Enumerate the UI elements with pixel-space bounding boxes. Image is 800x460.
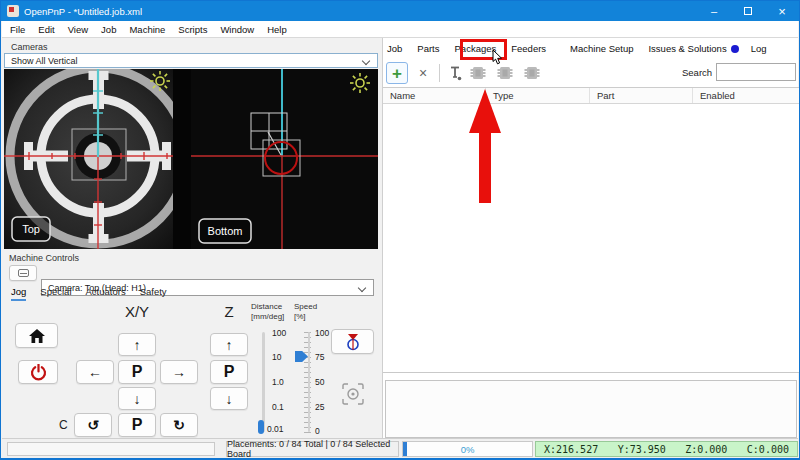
- bottom-camera-view[interactable]: Bottom: [191, 69, 378, 249]
- pick-button[interactable]: [494, 62, 516, 84]
- tab-jog[interactable]: Jog: [11, 286, 26, 301]
- head-icon: [18, 269, 29, 277]
- jog-z-plus-button[interactable]: ↑: [210, 333, 248, 356]
- home-button[interactable]: [15, 323, 58, 348]
- column-header-enabled[interactable]: Enabled: [693, 88, 799, 103]
- window-title: OpenPnP - *Untitled.job.xml: [24, 6, 142, 17]
- add-feeder-button[interactable]: +: [386, 62, 408, 84]
- feeder-chip-icon: [497, 65, 513, 81]
- tab-safety[interactable]: Safety: [140, 286, 167, 301]
- speed-tick-75: 75: [315, 352, 324, 362]
- jog-x-plus-button[interactable]: →: [160, 360, 198, 384]
- menu-view[interactable]: View: [68, 24, 88, 35]
- distance-slider-thumb[interactable]: [258, 420, 264, 434]
- tab-machine-setup[interactable]: Machine Setup: [570, 43, 633, 54]
- status-bar: Placements: 0 / 84 Total | 0 / 84 Select…: [2, 438, 798, 459]
- machine-controls-header: Machine Controls: [9, 253, 79, 263]
- jog-x-minus-button[interactable]: ←: [76, 360, 114, 384]
- feeder-chip-icon: [470, 65, 486, 81]
- menu-machine[interactable]: Machine: [129, 24, 165, 35]
- jog-z-minus-button[interactable]: ↓: [210, 387, 248, 410]
- menu-window[interactable]: Window: [220, 24, 254, 35]
- search-input[interactable]: [716, 63, 796, 81]
- distance-slider[interactable]: [262, 332, 265, 432]
- tab-packages[interactable]: Packages: [455, 43, 497, 54]
- power-button[interactable]: [18, 360, 58, 384]
- jog-y-plus-button[interactable]: ↑: [118, 333, 156, 356]
- xy-axis-label: X/Y: [114, 303, 160, 320]
- jog-y-minus-button[interactable]: ↓: [118, 387, 156, 410]
- power-icon: [30, 364, 47, 381]
- close-button[interactable]: ×: [765, 1, 799, 21]
- menu-edit[interactable]: Edit: [38, 24, 54, 35]
- pipette-icon: [449, 66, 462, 81]
- park-c-button[interactable]: P: [118, 413, 156, 437]
- distance-label: Distance[mm/deg]: [251, 302, 284, 323]
- top-camera-view[interactable]: Top: [4, 69, 191, 249]
- maximize-icon: [744, 7, 752, 15]
- tab-parts[interactable]: Parts: [417, 43, 439, 54]
- coord-c: C:0.000: [747, 444, 789, 455]
- cameras-header: Cameras: [11, 42, 48, 52]
- jog-c-ccw-button[interactable]: ↺: [74, 413, 112, 437]
- top-camera-badge: Top: [12, 217, 50, 241]
- park-xy-button[interactable]: P: [118, 360, 156, 384]
- distance-tick-100: 100: [272, 328, 286, 338]
- feed-and-pick-button[interactable]: [521, 62, 543, 84]
- position-nozzle-button[interactable]: [331, 329, 374, 354]
- menu-help[interactable]: Help: [267, 24, 287, 35]
- status-message-field: [7, 442, 215, 456]
- feeders-table-header: Name Type Part Enabled: [383, 87, 799, 104]
- coord-x: X:216.527: [544, 444, 598, 455]
- park-z-button[interactable]: P: [210, 360, 248, 384]
- maximize-button[interactable]: [731, 1, 765, 21]
- menu-job[interactable]: Job: [101, 24, 116, 35]
- speed-tick-100: 100: [315, 328, 329, 338]
- tab-actuators[interactable]: Actuators: [86, 286, 126, 301]
- svg-text:Bottom: Bottom: [208, 225, 243, 237]
- column-header-part[interactable]: Part: [590, 88, 693, 103]
- search-label: Search: [682, 67, 712, 78]
- camera-view-mode-dropdown[interactable]: Show All Vertical: [4, 53, 378, 68]
- home-icon: [29, 329, 45, 343]
- right-panel-tabs: Job Parts Packages Feeders Machine Setup…: [387, 43, 782, 54]
- tab-feeders[interactable]: Feeders: [511, 43, 546, 54]
- speed-slider[interactable]: [308, 332, 310, 432]
- head-select-button[interactable]: [9, 265, 37, 281]
- machine-controls-tabs: Jog Special Actuators Safety: [11, 286, 181, 301]
- distance-tick-01: 0.1: [272, 402, 284, 412]
- z-axis-label: Z: [206, 303, 252, 320]
- feed-button[interactable]: [467, 62, 489, 84]
- column-header-type[interactable]: Type: [486, 88, 590, 103]
- tab-special[interactable]: Special: [40, 286, 71, 301]
- tab-log[interactable]: Log: [751, 43, 767, 54]
- progress-percent: 0%: [403, 442, 532, 456]
- app-icon: [7, 5, 19, 17]
- menu-scripts[interactable]: Scripts: [178, 24, 207, 35]
- pick-nozzle-tool-button[interactable]: [444, 62, 466, 84]
- delete-feeder-button[interactable]: ×: [412, 62, 434, 84]
- capture-camera-location-button[interactable]: [335, 379, 371, 409]
- svg-text:Top: Top: [22, 223, 40, 235]
- right-panel: Job Parts Packages Feeders Machine Setup…: [382, 38, 798, 438]
- tab-job[interactable]: Job: [387, 43, 402, 54]
- x-icon: ×: [419, 65, 427, 81]
- coord-y: Y:73.950: [618, 444, 666, 455]
- feeders-table-body[interactable]: [383, 104, 799, 373]
- tab-issues-solutions[interactable]: Issues & Solutions: [648, 43, 726, 54]
- menu-file[interactable]: File: [10, 24, 25, 35]
- plus-icon: +: [392, 65, 402, 82]
- camera-target-icon: [342, 383, 364, 405]
- plumb-bob-icon: [345, 333, 361, 351]
- jog-c-cw-button[interactable]: ↻: [160, 413, 198, 437]
- minimize-button[interactable]: –: [697, 1, 731, 21]
- column-header-name[interactable]: Name: [383, 88, 486, 103]
- c-axis-label: C: [59, 418, 68, 432]
- distance-tick-10: 10: [272, 352, 281, 362]
- distance-tick-1: 1.0: [272, 377, 284, 387]
- speed-tick-25: 25: [315, 402, 324, 412]
- camera-views: Top: [4, 69, 378, 249]
- menu-bar: File Edit View Job Machine Scripts Windo…: [2, 21, 798, 38]
- distance-tick-001: 0.01: [267, 424, 284, 434]
- coord-z: Z:0.000: [685, 444, 727, 455]
